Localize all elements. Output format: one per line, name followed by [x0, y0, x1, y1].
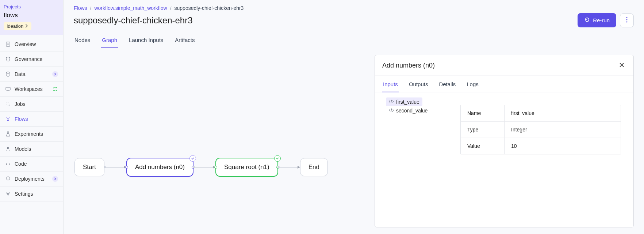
page-title: supposedly-chief-chicken-ehr3: [74, 15, 578, 26]
graph-node-start[interactable]: Start: [74, 158, 104, 176]
tree-item-first-value[interactable]: first_value: [386, 97, 422, 106]
sidebar-item-models[interactable]: Models: [0, 142, 63, 157]
sidebar-item-label: Data: [15, 71, 49, 77]
prop-row-value: Value 10: [461, 138, 621, 154]
breadcrumb-current: supposedly-chief-chicken-ehr3: [175, 5, 244, 11]
graph-canvas[interactable]: Start Add numbers (n0) Square root (n1): [64, 48, 375, 234]
close-icon: [619, 62, 625, 69]
chevron-right-icon: [52, 176, 58, 182]
sync-icon: [52, 86, 58, 92]
topbar: Flows / workflow.simple_math_workflow / …: [64, 0, 644, 48]
check-icon: [274, 155, 281, 162]
node-label: Square root (n1): [224, 164, 269, 170]
panel-tab-logs[interactable]: Logs: [466, 76, 479, 92]
sidebar-item-label: Deployments: [15, 176, 49, 182]
gear-icon: [5, 191, 11, 197]
sidebar-item-label: Governance: [15, 56, 58, 62]
graph-edge: [105, 167, 126, 168]
sidebar-item-label: Code: [15, 161, 58, 167]
rerun-button[interactable]: Re-run: [578, 13, 616, 27]
chevron-right-icon: [52, 71, 58, 77]
rocket-icon: [5, 176, 11, 182]
flows-icon: [5, 116, 11, 122]
code-icon: [389, 99, 394, 105]
sidebar-item-code[interactable]: Code: [0, 157, 63, 172]
tab-graph[interactable]: Graph: [101, 33, 118, 48]
panel-tab-inputs[interactable]: Inputs: [382, 76, 399, 92]
node-details-panel: Add numbers (n0) Inputs Outputs Details …: [375, 55, 634, 227]
more-actions-button[interactable]: [620, 14, 634, 27]
ideation-label: Ideation: [7, 23, 23, 29]
kebab-icon: [626, 17, 628, 24]
svg-point-17: [626, 19, 628, 20]
breadcrumb-flows[interactable]: Flows: [74, 5, 87, 11]
sidebar-item-label: Jobs: [15, 101, 58, 107]
sidebar-item-label: Models: [15, 146, 58, 152]
prop-value: Integer: [505, 122, 621, 138]
code-icon: [389, 108, 394, 114]
sidebar-item-deployments[interactable]: Deployments: [0, 172, 63, 187]
tab-launch-inputs[interactable]: Launch Inputs: [128, 33, 164, 48]
sidebar-item-label: Flows: [15, 116, 58, 122]
svg-line-7: [7, 103, 7, 103]
breadcrumb-sep: /: [170, 5, 172, 11]
tab-nodes[interactable]: Nodes: [74, 33, 91, 48]
svg-point-11: [8, 120, 9, 121]
input-tree: first_value second_value: [380, 97, 453, 222]
project-name: flows: [4, 12, 60, 19]
tree-item-label: second_value: [396, 108, 428, 114]
refresh-icon: [584, 17, 590, 24]
sidebar-item-label: Settings: [15, 191, 58, 197]
graph-node-add-numbers[interactable]: Add numbers (n0): [126, 158, 193, 177]
graph-node-square-root[interactable]: Square root (n1): [215, 158, 278, 177]
projects-link[interactable]: Projects: [4, 4, 21, 9]
node-label: Add numbers (n0): [135, 164, 185, 170]
sidebar-item-governance[interactable]: Governance: [0, 52, 63, 67]
spinner-icon: [5, 101, 11, 107]
sidebar: Projects flows Ideation Overview Governa…: [0, 0, 64, 234]
main-tabs: Nodes Graph Launch Inputs Artifacts: [74, 33, 634, 48]
panel-title: Add numbers (n0): [382, 62, 617, 69]
prop-value: first_value: [505, 105, 621, 121]
sidebar-item-data[interactable]: Data: [0, 67, 63, 82]
main: Flows / workflow.simple_math_workflow / …: [64, 0, 644, 234]
close-button[interactable]: [617, 61, 626, 70]
prop-key: Value: [461, 138, 505, 154]
prop-value: 10: [505, 138, 621, 154]
monitor-icon: [5, 86, 11, 92]
svg-point-1: [6, 72, 10, 73]
panel-tab-details[interactable]: Details: [438, 76, 456, 92]
properties-table: Name first_value Type Integer Value 10: [460, 105, 621, 154]
database-icon: [5, 71, 11, 77]
port-in: [125, 166, 128, 169]
prop-row-type: Type Integer: [461, 122, 621, 138]
tree-item-label: first_value: [396, 99, 419, 105]
flask-icon: [5, 131, 11, 137]
sidebar-item-overview[interactable]: Overview: [0, 37, 63, 52]
panel-tabs: Inputs Outputs Details Logs: [375, 76, 633, 92]
breadcrumb-sep: /: [90, 5, 92, 11]
prop-row-name: Name first_value: [461, 105, 621, 122]
tab-artifacts[interactable]: Artifacts: [174, 33, 195, 48]
ideation-badge[interactable]: Ideation: [4, 22, 31, 30]
graph-edge: [279, 167, 299, 168]
panel-tab-outputs[interactable]: Outputs: [408, 76, 429, 92]
svg-point-16: [626, 17, 628, 18]
sidebar-item-workspaces[interactable]: Workspaces: [0, 82, 63, 97]
sidebar-item-label: Workspaces: [15, 86, 49, 92]
breadcrumb-workflow[interactable]: workflow.simple_math_workflow: [94, 5, 167, 11]
svg-point-18: [626, 22, 628, 23]
svg-rect-2: [6, 87, 10, 90]
prop-key: Name: [461, 105, 505, 121]
sidebar-item-jobs[interactable]: Jobs: [0, 97, 63, 112]
tree-item-second-value[interactable]: second_value: [386, 106, 430, 115]
sidebar-item-flows[interactable]: Flows: [0, 112, 63, 127]
sidebar-item-label: Overview: [15, 41, 58, 47]
sidebar-item-settings[interactable]: Settings: [0, 187, 63, 202]
graph-node-end[interactable]: End: [300, 158, 328, 176]
file-icon: [5, 41, 11, 47]
check-icon: [189, 155, 196, 162]
network-icon: [5, 146, 11, 152]
sidebar-item-label: Experiments: [15, 131, 58, 137]
sidebar-item-experiments[interactable]: Experiments: [0, 127, 63, 142]
